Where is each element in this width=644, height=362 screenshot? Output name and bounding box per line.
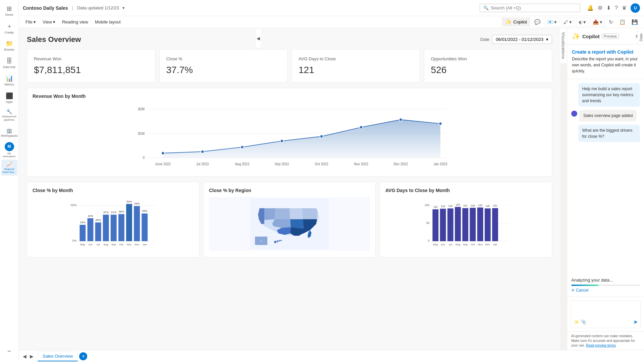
data-tab[interactable]: Data: [638, 31, 644, 44]
sidebar-item-apps[interactable]: ⬛ Apps: [1, 90, 17, 106]
svg-rect-81: [470, 208, 476, 241]
copy-icon[interactable]: 📋: [617, 18, 628, 26]
attach-icon[interactable]: 📎: [581, 319, 586, 324]
annotate-btn[interactable]: 🖊▾: [561, 17, 574, 27]
cancel-label: Cancel: [576, 288, 588, 293]
notification-icon[interactable]: 🔔: [587, 5, 594, 11]
svg-text:Jan: Jan: [493, 243, 497, 246]
sidebar-item-browse[interactable]: 📁 Browse: [1, 38, 17, 54]
svg-point-10: [320, 135, 323, 138]
embed-btn[interactable]: ⬖▾: [576, 17, 588, 27]
sidebar-item-myworkspace[interactable]: M Myworkspace: [1, 142, 17, 158]
svg-text:Sep 2022: Sep 2022: [275, 162, 289, 166]
topbar-icons: 🔔 ⚙ ⬇ ? ♛ U: [587, 3, 640, 13]
sidebar-item-create[interactable]: ＋ Create: [1, 20, 17, 36]
revenue-line-chart: $2M $1M 0 June 2022 Jul 2022 Aug 2022 Se…: [33, 103, 546, 170]
analyzing-progress-bar: [571, 285, 640, 286]
export-chevron: ▾: [600, 19, 602, 25]
data-updated: Data updated 1/12/23: [77, 5, 119, 10]
analyzing-section: Analyzing your data... ✕ Cancel: [567, 276, 644, 297]
svg-rect-32: [95, 223, 101, 241]
tab-nav: ◀ ▶: [21, 353, 35, 360]
settings-icon[interactable]: ⚙: [598, 5, 602, 11]
cancel-btn[interactable]: ✕ Cancel: [571, 288, 640, 293]
sparkle-icon[interactable]: ✨: [574, 319, 579, 324]
subscribe-btn[interactable]: 📧▾: [545, 17, 559, 27]
search-box[interactable]: 🔍: [480, 4, 580, 12]
tab-prev-btn[interactable]: ◀: [21, 353, 28, 360]
svg-rect-50: [142, 214, 148, 241]
sidebar-item-more[interactable]: •••: [1, 343, 17, 359]
svg-text:Nov: Nov: [127, 243, 131, 246]
search-input[interactable]: [491, 5, 577, 10]
date-range-value: 06/01/2022 - 01/12/2023: [496, 37, 543, 42]
copilot-create-title: Create a report with Copilot: [572, 49, 639, 55]
svg-text:123: 123: [478, 204, 482, 207]
svg-text:118: 118: [441, 205, 445, 208]
date-selector[interactable]: 06/01/2022 - 01/12/2023 ▾: [492, 35, 552, 44]
svg-text:Jan 2023: Jan 2023: [433, 162, 447, 166]
svg-text:$1M: $1M: [138, 132, 145, 135]
svg-text:49%: 49%: [134, 202, 140, 205]
download-icon[interactable]: ⬇: [606, 5, 611, 11]
refresh-icon[interactable]: ↻: [607, 18, 615, 26]
sidebar-item-datahub[interactable]: 🗄 Data hub: [1, 55, 17, 71]
send-icon[interactable]: ➤: [633, 319, 638, 325]
add-tab-btn[interactable]: +: [79, 352, 87, 360]
sidebar-label-metrics: Metrics: [4, 83, 14, 86]
collapse-chevron[interactable]: ◀: [255, 28, 262, 48]
svg-text:116: 116: [433, 206, 437, 208]
kpi-card-opps[interactable]: Opportunities Won 526: [424, 49, 552, 82]
sidebar-label-datahub: Data hub: [3, 65, 15, 69]
sidebar-item-regional[interactable]: 📈 RegionalSales Rep...: [1, 160, 17, 176]
sidebar-item-deployment[interactable]: 🔧 Deploymentpipelines: [1, 107, 17, 123]
kpi-value-avgdays: 121: [299, 65, 413, 75]
kpi-label-opps: Opportunities Won: [431, 56, 545, 61]
copilot-toggle-btn[interactable]: ✨ Copilot: [502, 17, 530, 26]
svg-point-6: [161, 152, 164, 155]
kpi-card-close[interactable]: Close % 37.7%: [159, 49, 288, 82]
svg-rect-38: [111, 215, 117, 241]
copilot-disclaimer: AI-generated content can make mistakes. …: [567, 331, 644, 350]
sidebar-item-metrics[interactable]: 📊 Metrics: [1, 72, 17, 88]
copilot-input-text[interactable]: [574, 303, 638, 317]
annotate-chevron: ▾: [569, 19, 572, 25]
export-btn[interactable]: 📤▾: [590, 17, 605, 27]
svg-rect-87: [485, 208, 491, 241]
svg-rect-26: [79, 225, 86, 241]
file-menu[interactable]: File▾: [23, 18, 39, 26]
datahub-icon: 🗄: [6, 58, 12, 65]
svg-rect-84: [477, 207, 483, 241]
copilot-create-section: Create a report with Copilot Describe th…: [567, 45, 644, 79]
svg-text:Nov: Nov: [478, 243, 483, 246]
close-pct-chart-card: Close % by Month 50% 0% 23% May 32% Jun: [27, 182, 199, 257]
toolbar2: File▾ View▾ Reading view Mobile layout ✨…: [19, 16, 644, 28]
user-avatar[interactable]: U: [631, 3, 640, 13]
kpi-card-avgdays[interactable]: AVG Days to Close 121: [291, 49, 420, 82]
copilot-header: ✨ Copilot Preview ✕: [567, 28, 644, 45]
svg-text:Nov 2022: Nov 2022: [354, 162, 368, 166]
app-title: Contoso Daily Sales: [23, 5, 68, 11]
view-menu[interactable]: View▾: [40, 18, 58, 26]
kpi-label-revenue: Revenue Won: [34, 56, 148, 61]
kpi-card-revenue[interactable]: Revenue Won $7,811,851: [27, 49, 155, 82]
main-content: Sales Overview Date 06/01/2022 - 01/12/2…: [19, 28, 560, 350]
us-map: AK: [209, 197, 370, 251]
help-icon[interactable]: ?: [615, 5, 618, 11]
svg-text:50%: 50%: [71, 203, 77, 207]
close-region-chart-card: Close % by Region: [203, 182, 376, 257]
reading-view-btn[interactable]: Reading view: [59, 18, 91, 26]
comment-icon[interactable]: 💬: [532, 18, 543, 26]
tab-next-btn[interactable]: ▶: [29, 353, 35, 360]
sidebar-item-home[interactable]: ⊞ Home: [1, 3, 17, 19]
mobile-layout-btn[interactable]: Mobile layout: [92, 18, 123, 26]
sidebar-item-workspaces[interactable]: 🏢 Workspaces: [1, 125, 17, 141]
tab-sales-overview[interactable]: Sales Overview: [38, 351, 78, 361]
disclaimer-link[interactable]: Read preview terms: [586, 344, 616, 347]
crown-icon[interactable]: ♛: [622, 5, 627, 11]
save-icon[interactable]: 💾: [630, 18, 640, 26]
visualizations-tab[interactable]: Visualizations: [559, 28, 567, 63]
data-updated-chevron[interactable]: ▾: [122, 5, 125, 10]
sidebar-label-browse: Browse: [4, 48, 14, 51]
svg-point-9: [280, 139, 283, 142]
